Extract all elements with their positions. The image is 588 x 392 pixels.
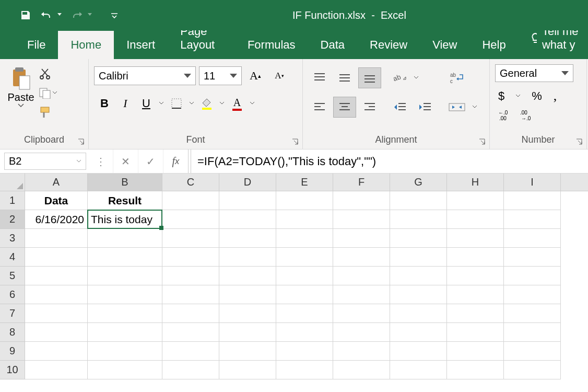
cell-A4[interactable]	[25, 248, 88, 267]
cell-E3[interactable]	[276, 229, 333, 248]
decrease-font-icon[interactable]: A▾	[269, 67, 290, 85]
cell-F4[interactable]	[333, 248, 390, 267]
dialog-launcher-icon[interactable]	[78, 139, 85, 146]
cell-H2[interactable]	[447, 210, 504, 229]
cell-I9[interactable]	[504, 342, 561, 361]
chevron-down-icon[interactable]	[52, 91, 57, 95]
cell-C10[interactable]	[162, 361, 219, 379]
percent-button[interactable]: %	[532, 89, 542, 103]
cell-B1[interactable]: Result	[88, 191, 162, 210]
qat-customize-icon[interactable]	[109, 9, 120, 21]
column-header[interactable]: H	[447, 174, 504, 191]
cell-I4[interactable]	[504, 248, 561, 267]
cell-A10[interactable]	[25, 361, 88, 379]
cells-area[interactable]: DataResult6/16/2020This is today	[25, 191, 588, 379]
redo-button[interactable]	[71, 9, 83, 21]
cell-C2[interactable]	[162, 210, 219, 229]
cell-A9[interactable]	[25, 342, 88, 361]
cell-F10[interactable]	[333, 361, 390, 379]
tab-formulas[interactable]: Formulas	[235, 31, 308, 59]
cell-H10[interactable]	[447, 361, 504, 379]
formula-input[interactable]	[191, 149, 588, 173]
cancel-formula-button[interactable]: ✕	[113, 149, 138, 173]
cell-H5[interactable]	[447, 267, 504, 285]
cell-A3[interactable]	[25, 229, 88, 248]
cell-G10[interactable]	[390, 361, 447, 379]
cell-G5[interactable]	[390, 267, 447, 285]
tab-help[interactable]: Help	[469, 31, 518, 59]
insert-function-button[interactable]: fx	[163, 149, 189, 173]
chevron-down-icon[interactable]	[414, 76, 419, 80]
row-header[interactable]: 10	[0, 361, 25, 379]
column-header[interactable]: B	[88, 174, 162, 191]
cell-D2[interactable]	[219, 210, 276, 229]
cell-E10[interactable]	[276, 361, 333, 379]
cell-E1[interactable]	[276, 191, 333, 210]
cell-I2[interactable]	[504, 210, 561, 229]
cell-D1[interactable]	[219, 191, 276, 210]
cell-F8[interactable]	[333, 323, 390, 342]
cell-B7[interactable]	[88, 304, 162, 323]
cell-H9[interactable]	[447, 342, 504, 361]
select-all-corner[interactable]	[0, 174, 25, 191]
name-box[interactable]: B2	[4, 153, 86, 170]
paste-button[interactable]: Paste	[5, 63, 37, 108]
redo-dropdown-icon[interactable]	[88, 13, 92, 17]
column-header[interactable]: A	[25, 174, 88, 191]
cell-G4[interactable]	[390, 248, 447, 267]
cell-G7[interactable]	[390, 304, 447, 323]
row-header[interactable]: 1	[0, 191, 25, 210]
font-size-combo[interactable]: 11	[199, 66, 242, 85]
fill-color-button[interactable]	[196, 95, 217, 112]
comma-style-button[interactable]: ,	[554, 88, 557, 104]
bold-button[interactable]: B	[94, 95, 115, 112]
cell-B10[interactable]	[88, 361, 162, 379]
cell-A5[interactable]	[25, 267, 88, 285]
enter-formula-button[interactable]: ✓	[138, 149, 163, 173]
cell-H7[interactable]	[447, 304, 504, 323]
cell-G2[interactable]	[390, 210, 447, 229]
cell-A8[interactable]	[25, 323, 88, 342]
underline-button[interactable]: U	[136, 95, 157, 112]
cell-A2[interactable]: 6/16/2020	[25, 210, 88, 229]
cell-F7[interactable]	[333, 304, 390, 323]
cell-A6[interactable]	[25, 285, 88, 304]
row-header[interactable]: 8	[0, 323, 25, 342]
borders-button[interactable]	[166, 95, 187, 112]
cell-G1[interactable]	[390, 191, 447, 210]
format-painter-icon[interactable]	[39, 106, 52, 119]
cell-C4[interactable]	[162, 248, 219, 267]
cell-H3[interactable]	[447, 229, 504, 248]
align-top-button[interactable]	[308, 67, 331, 88]
cell-B9[interactable]	[88, 342, 162, 361]
align-right-button[interactable]	[358, 97, 381, 118]
wrap-text-button[interactable]: abc	[444, 67, 470, 88]
cell-E9[interactable]	[276, 342, 333, 361]
chevron-down-icon[interactable]	[472, 105, 477, 109]
undo-button[interactable]	[41, 9, 52, 21]
cell-C7[interactable]	[162, 304, 219, 323]
cell-D3[interactable]	[219, 229, 276, 248]
cell-B5[interactable]	[88, 267, 162, 285]
tab-insert[interactable]: Insert	[114, 31, 168, 59]
tab-home[interactable]: Home	[58, 31, 114, 59]
cell-A7[interactable]	[25, 304, 88, 323]
align-center-button[interactable]	[333, 97, 356, 118]
cell-E8[interactable]	[276, 323, 333, 342]
cell-E5[interactable]	[276, 267, 333, 285]
cell-D10[interactable]	[219, 361, 276, 379]
cell-D7[interactable]	[219, 304, 276, 323]
dialog-launcher-icon[interactable]	[576, 139, 583, 146]
merge-center-button[interactable]	[444, 97, 470, 118]
cell-F6[interactable]	[333, 285, 390, 304]
row-header[interactable]: 9	[0, 342, 25, 361]
column-header[interactable]: F	[333, 174, 390, 191]
column-header[interactable]: E	[276, 174, 333, 191]
column-header[interactable]: I	[504, 174, 561, 191]
dialog-launcher-icon[interactable]	[292, 139, 299, 146]
cell-D9[interactable]	[219, 342, 276, 361]
cell-D6[interactable]	[219, 285, 276, 304]
increase-font-icon[interactable]: A▴	[245, 67, 266, 85]
cell-I5[interactable]	[504, 267, 561, 285]
cell-F1[interactable]	[333, 191, 390, 210]
